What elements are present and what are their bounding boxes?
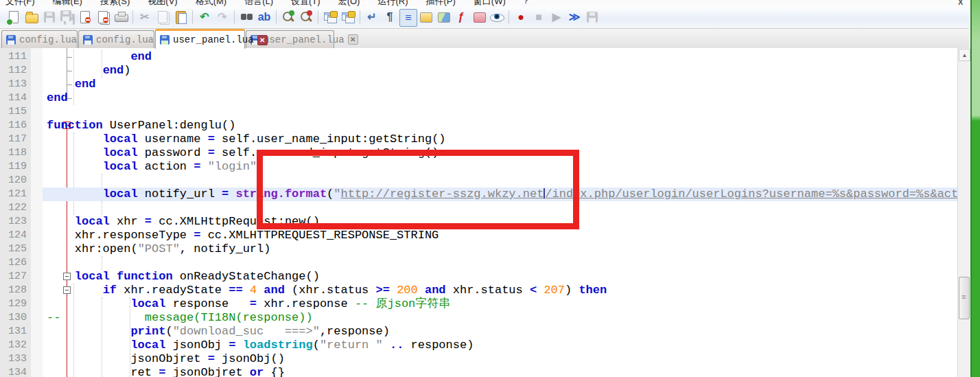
- code-line: end: [43, 91, 957, 105]
- notepadpp-window: { "window": { "menu_items": ["文件(F)","编辑…: [0, 0, 980, 377]
- menu-bar: 文件(F)编辑(E)搜索(S)视图(V)格式(M)语言(L)设置(T)宏(O)运…: [0, 0, 969, 7]
- indent-guide-icon[interactable]: ≡: [399, 9, 417, 27]
- code-line: [43, 256, 957, 270]
- code-line: end): [43, 64, 957, 78]
- save-all-icon[interactable]: [59, 9, 75, 25]
- line-number: 123: [0, 215, 27, 229]
- code-line: function UserPanel:denglu(): [43, 119, 957, 133]
- annotation-rectangle: [257, 150, 579, 229]
- line-number: 116: [0, 119, 27, 133]
- code-line: local response = xhr.response -- 原json字符…: [43, 297, 957, 311]
- macro-save-icon[interactable]: [584, 9, 600, 25]
- toolbar: ✂↶↷ab↵¶≡ƒ●■▶≫: [0, 7, 969, 29]
- find-icon[interactable]: [238, 9, 255, 25]
- code-line: local username = self.user_name_input:ge…: [43, 133, 957, 146]
- tab-label: config.lua: [19, 34, 77, 45]
- scroll-up-arrow-icon[interactable]: ▲: [959, 49, 970, 61]
- line-number: 122: [0, 201, 27, 215]
- toolbar-separator: [360, 10, 360, 24]
- code-line: jsonObjret = jsonObj(): [43, 352, 957, 366]
- replace-icon[interactable]: ab: [256, 9, 272, 25]
- new-file-icon[interactable]: [5, 9, 22, 25]
- tab-close-icon[interactable]: ✕: [257, 35, 268, 45]
- menu-item[interactable]: 编辑(E): [51, 0, 84, 7]
- close-file-icon[interactable]: [77, 9, 93, 25]
- code-line: end: [43, 50, 957, 64]
- zoom-in-icon[interactable]: [280, 9, 296, 25]
- cut-icon[interactable]: ✂: [137, 9, 153, 25]
- toolbar-separator: [509, 10, 509, 24]
- word-wrap-icon[interactable]: ↵: [364, 9, 380, 25]
- undo-icon[interactable]: ↶: [196, 9, 213, 25]
- tab-bar: config.lua✕config.lua✕user_panel.lua✕use…: [0, 28, 969, 49]
- fold-margin[interactable]: [31, 48, 43, 377]
- line-number: 115: [0, 105, 27, 119]
- menu-item[interactable]: 语言(L): [243, 0, 275, 7]
- print-icon[interactable]: [113, 9, 129, 25]
- menu-item[interactable]: 运行(R): [376, 0, 409, 7]
- menu-item[interactable]: 格式(M): [194, 0, 229, 7]
- tab-config.lua[interactable]: config.lua✕: [1, 30, 78, 48]
- line-number: 120: [0, 174, 27, 187]
- copy-icon[interactable]: [154, 9, 171, 25]
- save-icon[interactable]: [41, 9, 58, 25]
- code-line: xhr:open("POST", notify_url): [43, 242, 957, 256]
- line-number: 121: [0, 187, 27, 201]
- line-number: 134: [0, 366, 27, 377]
- tab-close-icon[interactable]: ✕: [348, 34, 358, 45]
- line-number: 132: [0, 339, 27, 352]
- line-number: 111: [0, 50, 27, 64]
- code-line: end: [43, 78, 957, 91]
- code-line: xhr.responseType = cc.XMLHTTPREQUEST_RES…: [43, 229, 957, 242]
- saved-floppy-icon: [160, 35, 170, 45]
- line-number: 118: [0, 146, 27, 160]
- macro-stop-icon[interactable]: ■: [530, 9, 547, 25]
- toolbar-separator: [276, 10, 277, 24]
- saved-floppy-icon: [6, 35, 16, 45]
- scrollbar-thumb[interactable]: [959, 277, 970, 319]
- paste-icon[interactable]: [172, 9, 189, 25]
- toolbar-separator: [132, 10, 133, 24]
- close-all-icon[interactable]: [95, 9, 111, 25]
- doc-map-icon[interactable]: [435, 9, 452, 25]
- menu-item[interactable]: 视图(V): [146, 0, 178, 7]
- line-number-gutter: 1111121131141151161171181191201211221231…: [0, 48, 31, 377]
- show-all-chars-icon[interactable]: ¶: [382, 9, 398, 25]
- user-define-icon[interactable]: [417, 9, 434, 25]
- macro-play-icon[interactable]: ▶: [548, 9, 565, 25]
- tab-config.lua[interactable]: config.lua✕: [78, 30, 154, 48]
- redo-icon[interactable]: ↷: [214, 9, 231, 25]
- desktop-edge-strip: [970, 0, 980, 377]
- menu-item[interactable]: ?: [522, 0, 530, 7]
- sync-scroll-v-icon[interactable]: [322, 9, 338, 25]
- line-number: 114: [0, 91, 27, 105]
- menu-item[interactable]: 文件(F): [4, 0, 36, 7]
- vertical-scrollbar[interactable]: ▲: [957, 48, 969, 377]
- sync-scroll-h-icon[interactable]: [340, 9, 356, 25]
- menubar-close-icon[interactable]: X: [958, 0, 968, 6]
- tab-user_panel.lua[interactable]: user_panel.lua✕: [155, 29, 245, 49]
- line-number: 129: [0, 297, 27, 311]
- code-line: ret = jsonObjret or {}: [43, 366, 957, 377]
- zoom-out-icon[interactable]: [298, 9, 314, 25]
- menu-item[interactable]: 窗口(W): [472, 0, 507, 7]
- code-line: local function onReadyStateChange(): [43, 270, 957, 284]
- menu-item[interactable]: 插件(P): [424, 0, 456, 7]
- folder-workspace-icon[interactable]: [471, 9, 487, 25]
- open-folder-icon[interactable]: [23, 9, 40, 25]
- menu-item[interactable]: 搜索(S): [99, 0, 131, 7]
- line-number: 117: [0, 133, 27, 146]
- function-list-icon[interactable]: ƒ: [453, 9, 469, 25]
- monitoring-icon[interactable]: [489, 9, 505, 25]
- menu-item[interactable]: 宏(O): [337, 0, 362, 7]
- line-number: 131: [0, 325, 27, 339]
- line-number: 124: [0, 229, 27, 242]
- code-line: local jsonObj = loadstring("return " .. …: [43, 339, 957, 352]
- saved-floppy-icon: [83, 35, 93, 45]
- toolbar-separator: [234, 10, 235, 24]
- line-number: 130: [0, 311, 27, 325]
- macro-record-icon[interactable]: ●: [513, 9, 529, 25]
- macro-run-multi-icon[interactable]: ≫: [566, 9, 583, 25]
- menu-item[interactable]: 设置(T): [290, 0, 322, 7]
- line-number: 125: [0, 242, 27, 256]
